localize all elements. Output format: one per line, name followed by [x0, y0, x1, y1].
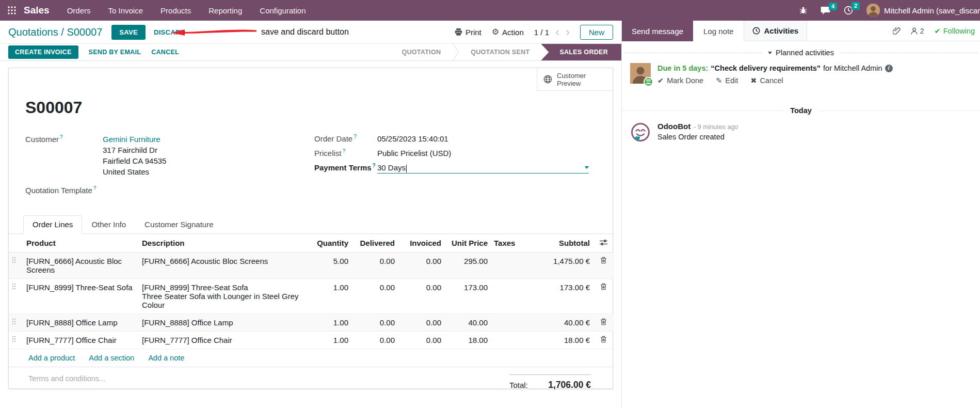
cell-taxes[interactable] [491, 314, 523, 332]
cell-delivered[interactable]: 0.00 [351, 332, 398, 349]
quotation-template-field[interactable]: Quotation Template? [25, 185, 314, 195]
menu-products[interactable]: Products [160, 6, 191, 15]
delete-line-icon[interactable] [593, 314, 614, 332]
cell-description[interactable]: [FURN_8888] Office Lamp [139, 314, 305, 332]
activities-tab[interactable]: Activities [744, 21, 807, 41]
cell-delivered[interactable]: 0.00 [351, 253, 398, 279]
delete-line-icon[interactable] [593, 332, 614, 349]
cell-delivered[interactable]: 0.00 [351, 314, 398, 332]
optional-columns-icon[interactable] [600, 239, 607, 246]
cell-invoiced[interactable]: 0.00 [398, 314, 444, 332]
attachment-paperclip-icon[interactable] [893, 27, 901, 35]
followers-button[interactable]: 2 [911, 27, 924, 35]
messages-icon[interactable]: 4 [821, 6, 830, 15]
cell-unit-price[interactable]: 295.00 [444, 253, 491, 279]
drag-handle-icon[interactable] [9, 279, 23, 314]
pricelist-value[interactable]: Public Pricelist (USD) [377, 149, 451, 158]
info-icon[interactable]: i [885, 65, 893, 72]
menu-orders[interactable]: Orders [67, 6, 91, 15]
drag-handle-icon[interactable] [9, 332, 23, 349]
tab-order-lines[interactable]: Order Lines [23, 215, 82, 234]
message-author[interactable]: OdooBot [657, 122, 690, 131]
order-line-row[interactable]: [FURN_6666] Acoustic Bloc Screens [FURN_… [9, 253, 614, 279]
cell-quantity[interactable]: 1.00 [305, 314, 351, 332]
terms-placeholder[interactable]: Terms and conditions... [28, 374, 105, 390]
stage-sales-order[interactable]: SALES ORDER [541, 44, 621, 60]
col-product[interactable]: Product [23, 234, 139, 253]
cell-invoiced[interactable]: 0.00 [398, 279, 444, 314]
col-quantity[interactable]: Quantity [305, 234, 351, 253]
tab-other-info[interactable]: Other Info [82, 215, 135, 233]
planned-activities-toggle[interactable]: Planned activities [622, 49, 980, 57]
customer-name-link[interactable]: Gemini Furniture [103, 134, 166, 145]
add-note-link[interactable]: Add a note [148, 354, 184, 362]
delete-line-icon[interactable] [593, 253, 614, 279]
cell-quantity[interactable]: 1.00 [305, 332, 351, 349]
odoobot-avatar[interactable] [630, 122, 651, 143]
drag-handle-icon[interactable] [9, 253, 23, 279]
pager-prev-icon[interactable]: ‹ [555, 26, 559, 38]
cell-unit-price[interactable]: 18.00 [444, 332, 491, 349]
cell-quantity[interactable]: 5.00 [305, 253, 351, 279]
stage-quotation-sent[interactable]: QUOTATION SENT [459, 44, 541, 60]
app-name[interactable]: Sales [24, 5, 50, 16]
debug-bug-icon[interactable] [799, 6, 807, 14]
cell-product[interactable]: [FURN_7777] Office Chair [23, 332, 139, 349]
cell-taxes[interactable] [491, 279, 523, 314]
stage-quotation[interactable]: QUOTATION [390, 44, 452, 60]
menu-reporting[interactable]: Reporting [208, 6, 242, 15]
cell-product[interactable]: [FURN_6666] Acoustic Bloc Screens [23, 253, 139, 279]
col-subtotal[interactable]: Subtotal [523, 234, 593, 253]
order-date-value[interactable]: 05/25/2023 15:40:01 [377, 134, 448, 143]
new-button[interactable]: New [580, 25, 613, 40]
cell-invoiced[interactable]: 0.00 [398, 253, 444, 279]
customer-preview-button[interactable]: CustomerPreview [537, 68, 613, 91]
activity-avatar[interactable] [630, 63, 651, 85]
user-menu[interactable]: Mitchell Admin (save_discar [866, 4, 980, 17]
cell-quantity[interactable]: 1.00 [305, 279, 351, 314]
action-button[interactable]: ⚙ Action [492, 28, 524, 37]
dropdown-caret-icon[interactable] [585, 166, 589, 169]
menu-to-invoice[interactable]: To Invoice [108, 6, 143, 15]
cell-product[interactable]: [FURN_8999] Three-Seat Sofa [23, 279, 139, 314]
save-button[interactable]: SAVE [111, 25, 146, 40]
order-line-row[interactable]: [FURN_7777] Office Chair [FURN_7777] Off… [9, 332, 614, 349]
log-note-button[interactable]: Log note [693, 21, 744, 41]
order-line-row[interactable]: [FURN_8888] Office Lamp [FURN_8888] Offi… [9, 314, 614, 332]
cancel-activity-button[interactable]: ✖ Cancel [750, 76, 783, 85]
cell-description[interactable]: [FURN_7777] Office Chair [139, 332, 305, 349]
mark-done-button[interactable]: ✔ Mark Done [657, 76, 703, 85]
create-invoice-button[interactable]: CREATE INVOICE [8, 45, 78, 59]
apps-menu-icon[interactable] [7, 6, 17, 15]
cell-delivered[interactable]: 0.00 [351, 279, 398, 314]
cancel-button[interactable]: CANCEL [151, 49, 179, 56]
add-section-link[interactable]: Add a section [89, 354, 134, 362]
cell-unit-price[interactable]: 173.00 [444, 279, 491, 314]
col-delivered[interactable]: Delivered [351, 234, 398, 253]
discard-button[interactable]: DISCARD [154, 28, 185, 36]
breadcrumb[interactable]: Quotations / S00007 [8, 26, 102, 38]
payment-terms-input[interactable]: 30 Days [377, 163, 589, 174]
print-button[interactable]: Print [455, 28, 481, 37]
add-product-link[interactable]: Add a product [28, 354, 75, 362]
delete-line-icon[interactable] [593, 279, 614, 314]
menu-configuration[interactable]: Configuration [260, 6, 306, 15]
col-invoiced[interactable]: Invoiced [398, 234, 444, 253]
col-unit-price[interactable]: Unit Price [444, 234, 491, 253]
following-button[interactable]: ✔ Following [935, 27, 975, 35]
cell-product[interactable]: [FURN_8888] Office Lamp [23, 314, 139, 332]
edit-activity-button[interactable]: ✎ Edit [716, 76, 738, 85]
activities-clock-icon[interactable]: 2 [844, 6, 853, 15]
cell-description[interactable]: [FURN_6666] Acoustic Bloc Screens [139, 253, 305, 279]
pager-next-icon[interactable]: › [566, 26, 570, 38]
cell-taxes[interactable] [491, 253, 523, 279]
cell-description[interactable]: [FURN_8999] Three-Seat Sofa Three Seater… [139, 279, 305, 314]
drag-handle-icon[interactable] [9, 314, 23, 332]
send-by-email-button[interactable]: SEND BY EMAIL [89, 49, 141, 56]
order-line-row[interactable]: [FURN_8999] Three-Seat Sofa [FURN_8999] … [9, 279, 614, 314]
send-message-button[interactable]: Send message [622, 21, 693, 41]
tab-customer-signature[interactable]: Customer Signature [135, 215, 222, 233]
cell-invoiced[interactable]: 0.00 [398, 332, 444, 349]
col-taxes[interactable]: Taxes [491, 234, 523, 253]
cell-unit-price[interactable]: 40.00 [444, 314, 491, 332]
